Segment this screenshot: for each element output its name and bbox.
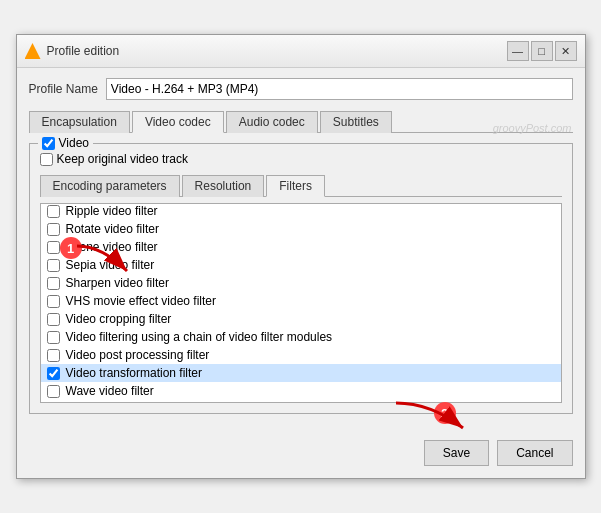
filter-label: Video post processing filter	[66, 348, 210, 362]
filter-checkbox[interactable]	[47, 349, 60, 362]
arrow-1	[72, 241, 132, 284]
filter-label: Rotate video filter	[66, 222, 159, 236]
filter-list-container[interactable]: Psychedelic video filterPuzzle interacti…	[40, 203, 562, 403]
dialog-title: Profile edition	[47, 44, 120, 58]
window-controls: — □ ✕	[507, 41, 577, 61]
filter-checkbox[interactable]	[47, 223, 60, 236]
keep-original-checkbox[interactable]	[40, 153, 53, 166]
filter-item[interactable]: Wave video filter	[41, 382, 561, 400]
filter-checkbox[interactable]	[47, 259, 60, 272]
filter-checkbox[interactable]	[47, 295, 60, 308]
filter-item[interactable]: Video transformation filter	[41, 364, 561, 382]
filter-checkbox[interactable]	[47, 331, 60, 344]
video-section-checkbox[interactable]	[42, 137, 55, 150]
filter-checkbox[interactable]	[47, 241, 60, 254]
profile-name-label: Profile Name	[29, 82, 98, 96]
tab-encoding-parameters[interactable]: Encoding parameters	[40, 175, 180, 197]
inner-tabs: Encoding parameters Resolution Filters	[40, 174, 562, 197]
filter-item[interactable]: Rotate video filter	[41, 220, 561, 238]
filter-checkbox[interactable]	[47, 205, 60, 218]
watermark: groovyPost.com	[493, 122, 572, 134]
filter-checkbox[interactable]	[47, 313, 60, 326]
video-section-legend: Video	[38, 136, 93, 150]
keep-original-label: Keep original video track	[57, 152, 188, 166]
filter-item[interactable]: Video filtering using a chain of video f…	[41, 328, 561, 346]
vlc-icon	[25, 43, 41, 59]
filter-checkbox[interactable]	[47, 367, 60, 380]
close-button[interactable]: ✕	[555, 41, 577, 61]
filter-label: Video filtering using a chain of video f…	[66, 330, 333, 344]
arrow-2	[391, 398, 471, 441]
video-section-label: Video	[59, 136, 89, 150]
tab-encapsulation[interactable]: Encapsulation	[29, 111, 130, 133]
filter-label: Video transformation filter	[66, 366, 203, 380]
filter-label: Ripple video filter	[66, 204, 158, 218]
profile-name-input[interactable]	[106, 78, 573, 100]
filter-item[interactable]: Video post processing filter	[41, 346, 561, 364]
filter-label: Wave video filter	[66, 384, 154, 398]
tab-resolution[interactable]: Resolution	[182, 175, 265, 197]
save-button[interactable]: Save	[424, 440, 489, 466]
filter-checkbox[interactable]	[47, 385, 60, 398]
profile-name-row: Profile Name	[29, 78, 573, 100]
tab-subtitles[interactable]: Subtitles	[320, 111, 392, 133]
filter-checkbox[interactable]	[47, 277, 60, 290]
filter-label: Video cropping filter	[66, 312, 172, 326]
filter-list: Psychedelic video filterPuzzle interacti…	[41, 203, 561, 402]
dialog-footer: Save Cancel	[17, 432, 585, 478]
minimize-button[interactable]: —	[507, 41, 529, 61]
filter-item[interactable]: Ripple video filter	[41, 203, 561, 220]
maximize-button[interactable]: □	[531, 41, 553, 61]
filter-label: VHS movie effect video filter	[66, 294, 217, 308]
tab-filters[interactable]: Filters	[266, 175, 325, 197]
main-tabs: Encapsulation Video codec Audio codec Su…	[29, 110, 573, 133]
title-bar: Profile edition — □ ✕	[17, 35, 585, 68]
keep-original-row[interactable]: Keep original video track	[40, 152, 562, 166]
tab-video-codec[interactable]: Video codec	[132, 111, 224, 133]
filter-item[interactable]: Video cropping filter	[41, 310, 561, 328]
filter-item[interactable]: VHS movie effect video filter	[41, 292, 561, 310]
tab-audio-codec[interactable]: Audio codec	[226, 111, 318, 133]
cancel-button[interactable]: Cancel	[497, 440, 572, 466]
